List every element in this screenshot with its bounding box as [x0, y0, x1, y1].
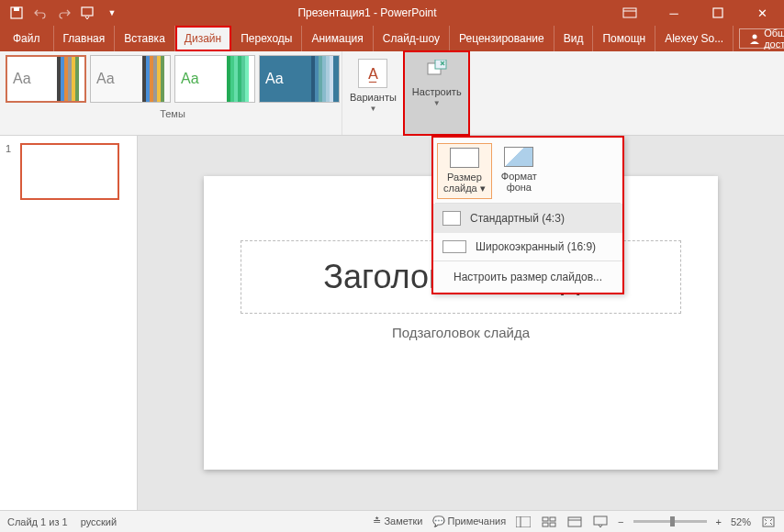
slide-subtitle-placeholder[interactable]: Подзаголовок слайда: [241, 318, 681, 346]
save-icon[interactable]: [6, 2, 28, 24]
option-standard-43[interactable]: Стандартный (4:3): [433, 204, 622, 233]
format-bg-icon: [504, 147, 533, 167]
customize-dropdown: Размер слайда ▾ Формат фона Стандартный …: [431, 136, 624, 294]
theme-thumb-2[interactable]: Aa: [90, 55, 171, 103]
language-indicator[interactable]: русский: [81, 516, 117, 527]
ribbon-tabs: Файл Главная Вставка Дизайн Переходы Ани…: [0, 26, 784, 51]
svg-rect-5: [713, 8, 722, 17]
customize-group[interactable]: Настроить ▼: [404, 51, 469, 135]
minimize-button[interactable]: ─: [655, 2, 692, 24]
zoom-in-button[interactable]: +: [716, 516, 722, 527]
comments-button[interactable]: 💬 Примечания: [432, 515, 507, 527]
ribbon-body: Aa Aa Aa Aa Темы A̲ Варианты ▼ Настроить…: [0, 51, 784, 136]
workspace: 1 Заголовок слайда Подзаголовок слайда: [0, 136, 784, 510]
zoom-level[interactable]: 52%: [731, 516, 751, 527]
theme-thumb-3[interactable]: Aa: [174, 55, 255, 103]
themes-group: Aa Aa Aa Aa Темы: [0, 51, 342, 135]
qat-dropdown-icon[interactable]: ▼: [101, 2, 123, 24]
tab-help[interactable]: Помощн: [593, 26, 655, 51]
themes-group-label: Темы: [6, 108, 340, 119]
ratio-169-icon: [442, 240, 466, 253]
normal-view-icon[interactable]: [515, 515, 532, 529]
svg-rect-2: [82, 7, 93, 16]
customize-icon: [422, 57, 452, 83]
close-button[interactable]: ✕: [744, 2, 780, 24]
maximize-button[interactable]: [700, 2, 736, 24]
zoom-out-button[interactable]: −: [618, 516, 623, 527]
option-custom-size[interactable]: Настроить размер слайдов...: [433, 260, 622, 293]
zoom-slider[interactable]: [633, 520, 707, 523]
undo-icon[interactable]: [29, 2, 51, 24]
svg-rect-14: [550, 523, 555, 526]
tab-animation[interactable]: Анимация: [302, 26, 373, 51]
quick-access-toolbar: ▼: [0, 2, 123, 24]
slideshow-qat-icon[interactable]: [77, 2, 99, 24]
svg-rect-17: [594, 516, 607, 525]
tab-file[interactable]: Файл: [0, 26, 54, 51]
option-widescreen-169[interactable]: Широкоэкранный (16:9): [433, 233, 622, 260]
slideshow-view-icon[interactable]: [592, 515, 609, 529]
redo-icon[interactable]: [53, 2, 75, 24]
tab-transitions[interactable]: Переходы: [231, 26, 302, 51]
sorter-view-icon[interactable]: [541, 515, 557, 529]
person-icon: [749, 33, 760, 44]
slide-panel: 1: [0, 136, 138, 510]
tab-view[interactable]: Вид: [554, 26, 594, 51]
share-button[interactable]: Общий доступ: [739, 28, 784, 49]
title-bar: ▼ Презентация1 - PowerPoint ─ ✕: [0, 0, 784, 26]
status-bar: Слайд 1 из 1 русский ≛ Заметки 💬 Примеча…: [0, 510, 784, 532]
theme-thumb-4[interactable]: Aa: [259, 55, 340, 103]
slide-counter[interactable]: Слайд 1 из 1: [7, 516, 68, 527]
svg-rect-15: [568, 517, 581, 526]
svg-rect-18: [763, 517, 774, 526]
ribbon-display-icon[interactable]: [611, 2, 648, 24]
slide-size-icon: [450, 148, 479, 168]
chevron-down-icon: ▼: [433, 99, 441, 107]
variants-group[interactable]: A̲ Варианты ▼: [342, 51, 404, 135]
slide-number: 1: [6, 143, 11, 154]
user-label[interactable]: Alexey So...: [655, 26, 734, 51]
tab-insert[interactable]: Вставка: [115, 26, 175, 51]
format-background-button[interactable]: Формат фона: [496, 143, 543, 199]
svg-rect-11: [543, 517, 548, 521]
window-title: Презентация1 - PowerPoint: [123, 6, 611, 19]
slide-size-button[interactable]: Размер слайда ▾: [437, 143, 492, 199]
notes-button[interactable]: ≛ Заметки: [373, 515, 422, 527]
reading-view-icon[interactable]: [566, 515, 583, 529]
tab-review[interactable]: Рецензирование: [450, 26, 554, 51]
svg-point-6: [753, 35, 757, 39]
variants-icon: A̲: [358, 59, 387, 88]
slide-thumbnail-1[interactable]: [20, 143, 119, 200]
svg-rect-13: [543, 523, 548, 526]
tab-home[interactable]: Главная: [54, 26, 116, 51]
tab-slideshow[interactable]: Слайд-шоу: [374, 26, 450, 51]
svg-rect-1: [14, 7, 19, 11]
chevron-down-icon: ▼: [369, 105, 376, 113]
fit-window-icon[interactable]: [760, 515, 777, 529]
svg-rect-9: [516, 516, 531, 527]
theme-thumb-1[interactable]: Aa: [6, 55, 86, 103]
tab-design[interactable]: Дизайн: [175, 26, 231, 51]
svg-rect-12: [550, 517, 555, 521]
ratio-43-icon: [442, 211, 461, 226]
svg-rect-3: [623, 8, 636, 17]
